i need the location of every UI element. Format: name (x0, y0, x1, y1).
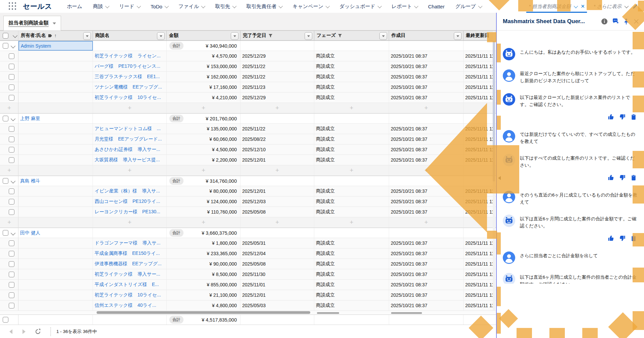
thumbs-down-icon[interactable] (619, 235, 626, 241)
add-row-plus-icon[interactable]: + (168, 104, 238, 112)
add-row-plus-icon[interactable]: + (95, 167, 165, 174)
nav-item-5[interactable]: ファイル (178, 3, 204, 10)
panel-collapse-handle[interactable] (497, 173, 502, 183)
row-checkbox[interactable] (9, 84, 14, 90)
nav-item-7[interactable]: 取引先責任者 (246, 3, 282, 10)
column-filter-button[interactable] (231, 32, 238, 40)
opportunity-name-link[interactable]: バーグ様 PE170ライセンス... (95, 63, 160, 69)
owner-name-link[interactable]: Admin System (21, 43, 51, 49)
column-header-5[interactable]: フェーズ (314, 31, 389, 40)
nav-item-10[interactable]: レポート (391, 3, 417, 10)
add-row-plus-icon[interactable]: + (316, 104, 387, 112)
pin-icon[interactable] (624, 18, 629, 25)
row-checkbox[interactable] (9, 157, 14, 163)
previous-page-button[interactable] (9, 329, 12, 334)
opportunity-name-link[interactable]: 月光堂様 EEアップグレード... (95, 136, 162, 142)
add-row-plus-icon[interactable]: + (391, 219, 462, 226)
add-row-plus-icon[interactable]: + (391, 167, 462, 174)
row-checkbox[interactable] (9, 136, 14, 142)
column-header-1[interactable]: 所有者:氏名↑ (18, 31, 93, 40)
row-checkbox[interactable] (3, 43, 8, 49)
nav-item-12[interactable]: グループ (455, 3, 481, 10)
row-checkbox[interactable] (9, 64, 14, 69)
opportunity-name-link[interactable]: 初芝ライテック様 導入サー... (95, 271, 160, 277)
clear-chat-icon[interactable] (612, 18, 619, 25)
refresh-icon[interactable] (35, 329, 41, 335)
opportunity-name-link[interactable]: あさひかわ証券様 導入サー... (95, 147, 160, 153)
close-panel-icon[interactable] (633, 18, 639, 24)
column-filter-button[interactable] (379, 32, 387, 40)
group-owner-cell[interactable]: 真島 椎斗 (18, 176, 93, 186)
column-filter-button[interactable] (305, 32, 312, 40)
add-row-plus-icon[interactable]: + (0, 104, 18, 112)
thumbs-down-icon[interactable] (619, 114, 626, 120)
total-row-checkbox[interactable] (3, 317, 8, 323)
opportunity-name-link[interactable]: ツナシン電機様 EEアップグ... (95, 84, 162, 90)
column-header-3[interactable]: 金額 (167, 31, 240, 40)
column-filter-button[interactable] (83, 32, 91, 40)
column-header-7[interactable]: 最終更新日 (464, 31, 495, 40)
row-checkbox[interactable] (9, 209, 14, 215)
thumbs-up-icon[interactable] (608, 235, 614, 241)
nav-item-9[interactable]: ダッシュボード (339, 3, 381, 10)
row-checkbox[interactable] (9, 95, 14, 101)
console-tab-1[interactable]: * 担当者別商談金額✕ (529, 0, 585, 13)
column-filter-button[interactable] (454, 32, 462, 40)
next-page-button[interactable] (22, 329, 25, 334)
horizontal-scrollbar[interactable] (97, 311, 310, 314)
collapse-group-chevron-icon[interactable] (11, 116, 15, 121)
opportunity-name-link[interactable]: 西山コーセン様 PE120ライ... (95, 199, 160, 205)
row-checkbox[interactable] (9, 147, 14, 153)
info-icon[interactable] (601, 18, 608, 25)
vertical-scrollbar-thumb[interactable] (493, 41, 495, 181)
opportunity-name-link[interactable]: 平成金属商事様 EE150ライ... (95, 250, 160, 257)
add-row-plus-icon[interactable]: + (168, 167, 238, 174)
opportunity-name-link[interactable]: レーヨンクリカー様 PE130... (95, 209, 160, 215)
opportunity-name-link[interactable]: 信州エステック様 40ライ... (95, 302, 156, 308)
row-checkbox[interactable] (9, 74, 14, 80)
nav-item-6[interactable]: 取引先 (215, 3, 235, 10)
opportunity-name-link[interactable]: イビン産業（株）様 導入サ... (95, 188, 160, 194)
row-checkbox[interactable] (9, 199, 14, 205)
column-header-4[interactable]: 完了予定日 (240, 31, 314, 40)
collapse-group-chevron-icon[interactable] (11, 178, 15, 183)
nav-item-8[interactable]: キャンペーン (292, 3, 329, 10)
nav-item-11[interactable]: Chatter (428, 4, 444, 9)
add-row-plus-icon[interactable]: + (0, 219, 18, 226)
collapse-group-chevron-icon[interactable] (11, 230, 15, 235)
add-row-plus-icon[interactable]: + (391, 104, 462, 112)
nav-item-2[interactable]: 商談 (93, 3, 108, 10)
row-checkbox[interactable] (9, 303, 14, 308)
row-checkbox[interactable] (9, 188, 14, 194)
opportunity-name-link[interactable]: 伊達事務機器様 EEアップグ... (95, 261, 162, 267)
row-checkbox[interactable] (9, 240, 14, 246)
opportunity-name-link[interactable]: 三谷プラスチックス様 EE1... (95, 74, 160, 80)
row-checkbox[interactable] (9, 282, 14, 288)
thumbs-down-icon[interactable] (619, 174, 626, 181)
edit-pencil-icon[interactable] (632, 4, 638, 9)
add-row-plus-icon[interactable]: + (168, 219, 238, 226)
row-checkbox[interactable] (9, 272, 14, 277)
opportunity-name-link[interactable]: 初芝ライテック様 10ライセ... (95, 95, 161, 101)
opportunity-name-link[interactable]: 大坂貿易様 導入サービス提... (95, 157, 160, 163)
console-tab-2[interactable]: * さらに表示 (594, 0, 628, 13)
add-row-plus-icon[interactable]: + (316, 167, 387, 174)
group-owner-cell[interactable]: 上野 麻里 (18, 114, 93, 123)
copy-clipboard-icon[interactable] (631, 114, 637, 120)
group-owner-cell[interactable]: Admin System (18, 41, 93, 51)
nav-item-3[interactable]: リード (119, 3, 140, 10)
close-tab-icon[interactable]: ✕ (581, 3, 585, 9)
row-checkbox[interactable] (3, 230, 8, 236)
add-row-plus-icon[interactable]: + (95, 219, 165, 226)
column-filter-button[interactable] (157, 32, 165, 40)
expand-all-chevron-icon[interactable] (13, 33, 17, 38)
group-owner-cell[interactable]: 田中 健人 (18, 228, 93, 238)
owner-name-link[interactable]: 真島 椎斗 (20, 178, 40, 184)
row-checkbox[interactable] (9, 261, 14, 267)
row-checkbox[interactable] (3, 116, 8, 121)
add-row-plus-icon[interactable]: + (242, 167, 312, 174)
opportunity-name-link[interactable]: 平成インダストリイズ様 E... (95, 282, 159, 288)
sheet-tab[interactable]: 担当者別商談金額 (3, 16, 61, 31)
copy-clipboard-icon[interactable] (631, 174, 637, 181)
opportunity-name-link[interactable]: 初芝ライテック様 10ライセ... (95, 292, 161, 298)
